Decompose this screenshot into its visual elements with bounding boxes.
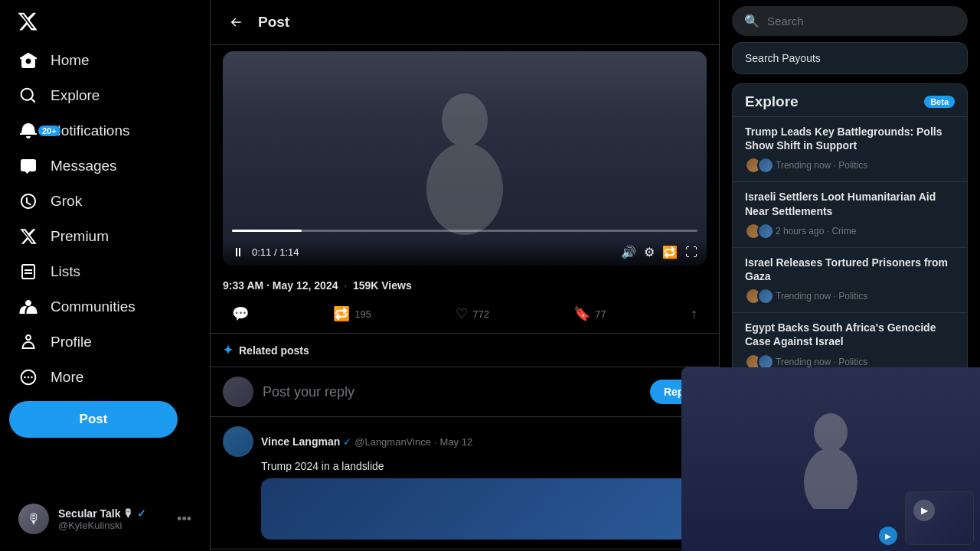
user-handle: @KyleKulinski bbox=[58, 520, 168, 531]
sidebar-item-notifications-label: Notifications bbox=[51, 122, 130, 139]
explore-item-2-title: Israel Releases Tortured Prisoners from … bbox=[745, 256, 955, 283]
post-button[interactable]: Post bbox=[9, 401, 178, 438]
profile-icon bbox=[18, 332, 38, 352]
loop-button[interactable]: 🔁 bbox=[662, 245, 678, 259]
explore-avatar bbox=[757, 157, 774, 174]
sidebar-item-grok-label: Grok bbox=[51, 193, 82, 210]
more-icon bbox=[18, 367, 38, 387]
explore-item-1-meta: 2 hours ago · Crime bbox=[776, 226, 856, 236]
payouts-label: Search Payouts bbox=[745, 52, 821, 64]
retweet-icon: 🔁 bbox=[333, 305, 350, 322]
reply-tweet: Vince Langman ✓ @LangmanVince · May 12 T… bbox=[211, 417, 719, 549]
explore-item-1-title: Israeli Settlers Loot Humanitarian Aid N… bbox=[745, 190, 955, 217]
post-header: Post bbox=[211, 0, 719, 45]
bookmark-count: 77 bbox=[595, 308, 606, 320]
video-player: ⏸ 0:11 / 1:14 🔊 ⚙ 🔁 ⛶ bbox=[223, 51, 707, 266]
floating-play-button[interactable]: ▶ bbox=[913, 500, 935, 521]
like-count: 772 bbox=[472, 308, 489, 320]
settings-button[interactable]: ⚙ bbox=[644, 245, 655, 259]
sidebar-item-premium[interactable]: Premium bbox=[9, 219, 201, 254]
post-date: 9:33 AM · May 12, 2024 bbox=[223, 279, 338, 292]
mute-button[interactable]: 🔊 bbox=[621, 245, 636, 259]
explore-title: Explore bbox=[745, 93, 799, 110]
sidebar-item-messages[interactable]: Messages bbox=[9, 148, 201, 184]
sidebar-item-premium-label: Premium bbox=[51, 228, 109, 245]
explore-item-0-avatars bbox=[745, 157, 769, 174]
explore-section: Explore Beta Trump Leads Key Battlegroun… bbox=[732, 83, 968, 379]
user-menu-dots[interactable]: ••• bbox=[177, 511, 191, 527]
floating-video-thumbnail: ▶ bbox=[905, 491, 974, 545]
search-input[interactable]: Search bbox=[767, 15, 804, 28]
explore-item-0[interactable]: Trump Leads Key Battlegrounds: Polls Sho… bbox=[733, 116, 967, 181]
post-views-label: Views bbox=[381, 279, 411, 292]
avatar: 🎙 bbox=[18, 504, 49, 534]
back-button[interactable] bbox=[223, 9, 249, 35]
video-progress-bar[interactable] bbox=[232, 230, 697, 232]
share-button[interactable]: ↑ bbox=[681, 302, 707, 327]
explore-item-0-meta: Trending now · Politics bbox=[776, 160, 867, 171]
related-posts-bar: ✦ Related posts bbox=[211, 334, 719, 367]
sidebar-item-more[interactable]: More bbox=[9, 360, 201, 395]
reply-tweet-text: Trump 2024 in a landslide bbox=[261, 460, 707, 472]
sidebar-item-notifications[interactable]: 20+ Notifications bbox=[9, 113, 201, 148]
comment-button[interactable]: 💬 bbox=[223, 301, 258, 327]
sidebar-item-home-label: Home bbox=[51, 52, 90, 69]
twitter-logo[interactable] bbox=[9, 3, 46, 40]
sidebar-item-home[interactable]: Home bbox=[9, 43, 201, 78]
sidebar-item-communities[interactable]: Communities bbox=[9, 289, 201, 324]
explore-item-1-avatars bbox=[745, 223, 769, 240]
explore-item-1[interactable]: Israeli Settlers Loot Humanitarian Aid N… bbox=[733, 181, 967, 246]
sidebar-item-messages-label: Messages bbox=[51, 158, 117, 174]
communities-icon bbox=[18, 297, 38, 317]
post-metadata: 9:33 AM · May 12, 2024 · 159K Views bbox=[211, 272, 719, 295]
svg-point-1 bbox=[426, 143, 503, 235]
pause-button[interactable]: ⏸ bbox=[232, 246, 244, 259]
reply-input-area: Post your reply Reply bbox=[211, 367, 719, 417]
search-icon: 🔍 bbox=[744, 14, 760, 28]
sidebar-item-explore[interactable]: Explore bbox=[9, 78, 201, 113]
share-icon: ↑ bbox=[691, 306, 697, 322]
svg-point-3 bbox=[804, 448, 858, 509]
fullscreen-button[interactable]: ⛶ bbox=[685, 246, 697, 259]
floating-video-main: ▶ ▶ bbox=[681, 367, 980, 551]
svg-point-2 bbox=[814, 413, 848, 452]
retweet-button[interactable]: 🔁 195 bbox=[324, 301, 381, 327]
sidebar-item-more-label: More bbox=[51, 369, 83, 386]
reply-tweet-image bbox=[261, 478, 707, 540]
microphone-icon: 🎙 bbox=[123, 507, 134, 520]
like-button[interactable]: ♡ 772 bbox=[446, 301, 498, 327]
reply-tweet-avatar bbox=[223, 426, 253, 457]
explore-item-2[interactable]: Israel Releases Tortured Prisoners from … bbox=[733, 247, 967, 312]
main-content: Post ⏸ 0:11 / 1:14 🔊 ⚙ 🔁 bbox=[211, 0, 720, 551]
notification-icon: 20+ bbox=[18, 121, 38, 141]
sidebar-item-lists[interactable]: Lists bbox=[9, 254, 201, 289]
video-content bbox=[223, 51, 707, 266]
sidebar-item-profile[interactable]: Profile bbox=[9, 324, 201, 360]
explore-item-2-avatars bbox=[745, 288, 769, 305]
sidebar-item-communities-label: Communities bbox=[51, 298, 136, 315]
search-input-wrap[interactable]: 🔍 Search bbox=[732, 6, 968, 36]
sidebar-item-grok[interactable]: Grok bbox=[9, 184, 201, 219]
retweet-count: 195 bbox=[354, 308, 371, 320]
video-controls: ⏸ 0:11 / 1:14 🔊 ⚙ 🔁 ⛶ bbox=[223, 239, 707, 266]
reply-tweet-handle: @LangmanVince bbox=[354, 436, 431, 448]
reply-placeholder-text[interactable]: Post your reply bbox=[263, 384, 641, 400]
floating-next-button[interactable]: ▶ bbox=[879, 527, 897, 545]
sidebar-item-explore-label: Explore bbox=[51, 87, 100, 104]
post-actions: 💬 🔁 195 ♡ 772 🔖 77 ↑ bbox=[211, 295, 719, 334]
explore-item-3-meta: Trending now · Politics bbox=[776, 357, 867, 367]
explore-icon bbox=[18, 86, 38, 106]
sidebar-item-lists-label: Lists bbox=[51, 263, 80, 280]
user-profile-area[interactable]: 🎙 Secular Talk 🎙 ✓ @KyleKulinski ••• bbox=[9, 496, 201, 542]
payouts-banner[interactable]: Search Payouts bbox=[732, 42, 968, 74]
reply-verified-icon: ✓ bbox=[343, 436, 351, 448]
post-views-count: 159K bbox=[353, 279, 378, 292]
bookmark-button[interactable]: 🔖 77 bbox=[564, 301, 615, 327]
explore-avatar bbox=[757, 288, 774, 305]
messages-icon bbox=[18, 156, 38, 176]
bookmark-icon: 🔖 bbox=[573, 305, 590, 322]
notification-badge: 20+ bbox=[38, 126, 60, 136]
related-posts-label: Related posts bbox=[239, 344, 309, 357]
video-time: 0:11 / 1:14 bbox=[252, 246, 613, 258]
search-box: 🔍 Search bbox=[732, 0, 968, 42]
